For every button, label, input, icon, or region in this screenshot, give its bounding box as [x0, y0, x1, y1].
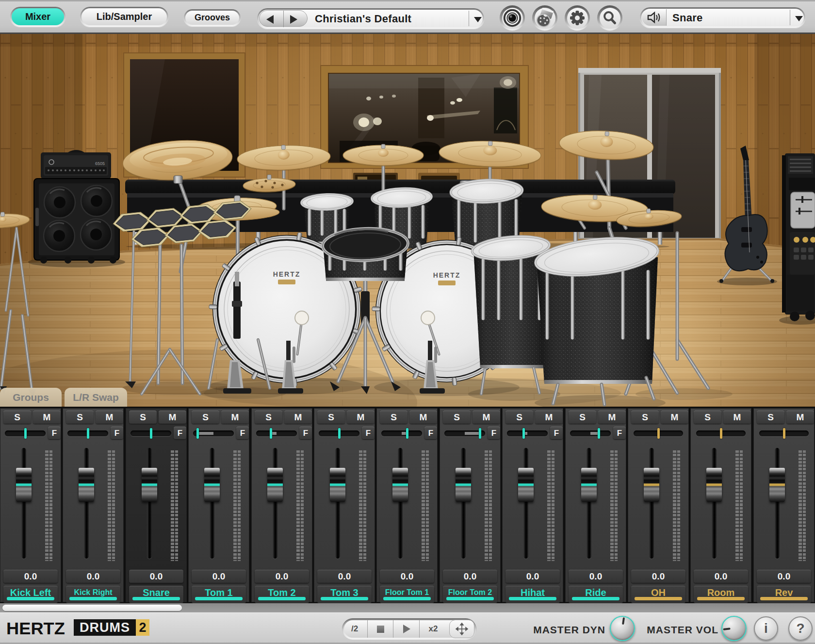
- svg-text:HERTZ: HERTZ: [273, 270, 301, 278]
- svg-text:6505: 6505: [95, 161, 105, 166]
- svg-text:HERTZ: HERTZ: [433, 271, 461, 279]
